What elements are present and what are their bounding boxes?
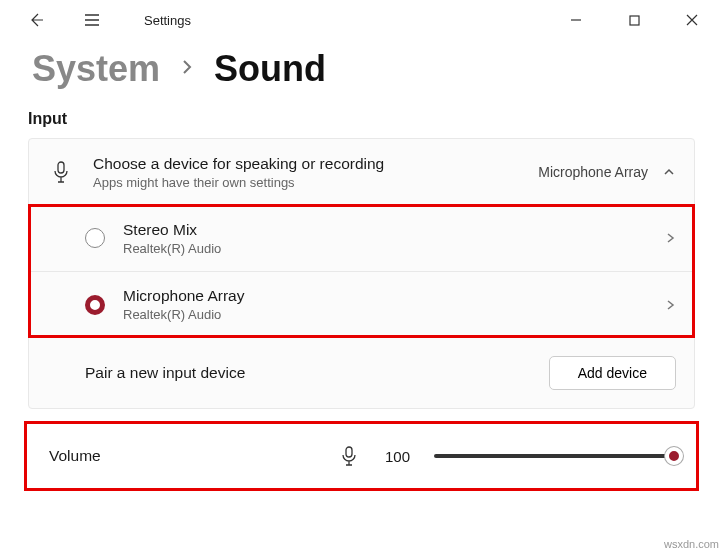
device-driver: Realtek(R) Audio <box>123 307 646 322</box>
maximize-icon <box>629 15 640 26</box>
device-name: Stereo Mix <box>123 221 646 239</box>
choose-device-row[interactable]: Choose a device for speaking or recordin… <box>29 139 694 205</box>
volume-value: 100 <box>385 448 410 465</box>
hamburger-icon <box>84 13 100 27</box>
choose-device-title: Choose a device for speaking or recordin… <box>93 155 520 173</box>
close-icon <box>686 14 698 26</box>
radio-unselected[interactable] <box>85 228 105 248</box>
volume-row: Volume 100 <box>24 421 699 491</box>
minimize-button[interactable] <box>559 6 593 34</box>
chevron-right-icon <box>664 298 676 312</box>
input-section-title: Input <box>0 106 723 138</box>
svg-rect-0 <box>630 16 639 25</box>
close-button[interactable] <box>675 6 709 34</box>
device-driver: Realtek(R) Audio <box>123 241 646 256</box>
breadcrumb-system[interactable]: System <box>32 48 160 90</box>
device-row-microphone-array[interactable]: Microphone Array Realtek(R) Audio <box>29 271 694 337</box>
microphone-icon <box>341 446 357 466</box>
radio-selected[interactable] <box>85 295 105 315</box>
titlebar: Settings <box>0 0 723 40</box>
svg-rect-1 <box>58 162 64 173</box>
choose-device-subtitle: Apps might have their own settings <box>93 175 520 190</box>
menu-button[interactable] <box>76 4 108 36</box>
pair-device-label: Pair a new input device <box>85 364 531 382</box>
svg-rect-2 <box>346 447 352 457</box>
chevron-right-icon <box>180 57 194 77</box>
breadcrumb: System Sound <box>0 40 723 106</box>
volume-mic-button[interactable] <box>341 446 357 466</box>
window-title: Settings <box>144 13 191 28</box>
minimize-icon <box>570 14 582 26</box>
back-button[interactable] <box>20 4 52 36</box>
device-name: Microphone Array <box>123 287 646 305</box>
maximize-button[interactable] <box>617 6 651 34</box>
chevron-right-icon <box>664 231 676 245</box>
watermark: wsxdn.com <box>664 538 719 550</box>
pair-device-row: Pair a new input device Add device <box>29 337 694 408</box>
microphone-icon <box>52 161 70 183</box>
chevron-up-icon <box>662 165 676 179</box>
device-row-stereo-mix[interactable]: Stereo Mix Realtek(R) Audio <box>29 205 694 271</box>
add-device-button[interactable]: Add device <box>549 356 676 390</box>
arrow-left-icon <box>28 12 44 28</box>
breadcrumb-sound: Sound <box>214 48 326 90</box>
slider-thumb[interactable] <box>665 447 683 465</box>
volume-slider[interactable] <box>434 446 674 466</box>
slider-track <box>434 454 674 458</box>
device-list-highlight: Stereo Mix Realtek(R) Audio Microphone A… <box>29 205 694 337</box>
current-device-label: Microphone Array <box>538 164 648 180</box>
volume-label: Volume <box>49 447 101 465</box>
input-card: Choose a device for speaking or recordin… <box>28 138 695 409</box>
